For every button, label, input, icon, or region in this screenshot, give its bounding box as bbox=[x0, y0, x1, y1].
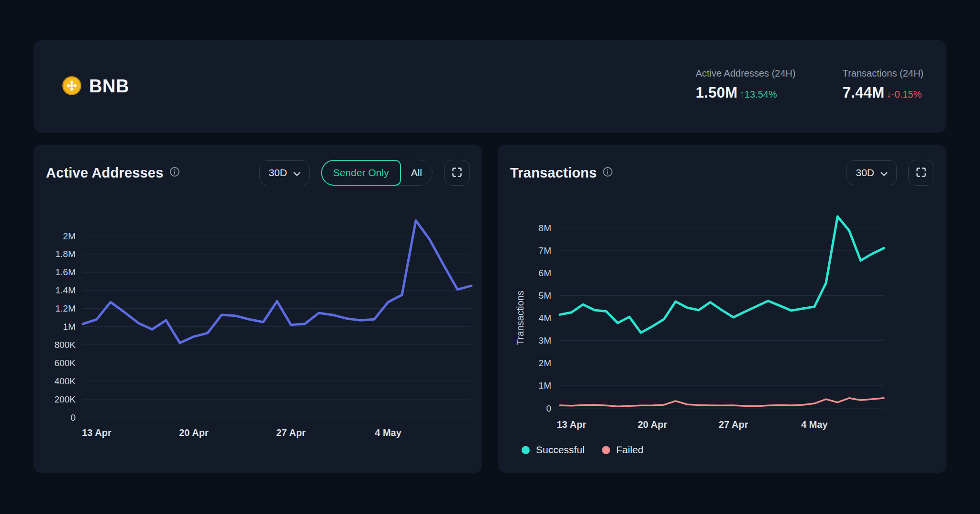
svg-text:4 May: 4 May bbox=[375, 427, 401, 438]
svg-text:1M: 1M bbox=[63, 322, 76, 332]
down-arrow-icon: ↓ bbox=[886, 89, 891, 100]
svg-text:8M: 8M bbox=[539, 223, 551, 233]
toggle-option-all[interactable]: All bbox=[401, 160, 432, 185]
svg-text:1.6M: 1.6M bbox=[56, 267, 76, 277]
coin-header-card: BNB Active Addresses (24H) 1.50M ↑13.54%… bbox=[33, 40, 947, 133]
transactions-title: Transactions bbox=[510, 165, 597, 181]
stat-label: Transactions (24H) bbox=[843, 68, 924, 79]
info-icon[interactable] bbox=[602, 167, 613, 179]
svg-text:1.2M: 1.2M bbox=[56, 303, 76, 313]
svg-text:0: 0 bbox=[70, 413, 76, 423]
bnb-coin-icon bbox=[62, 76, 81, 97]
svg-text:6M: 6M bbox=[539, 268, 551, 278]
header-stats: Active Addresses (24H) 1.50M ↑13.54% Tra… bbox=[696, 68, 924, 101]
delta-percent: -0.15% bbox=[891, 89, 922, 100]
legend-item-failed[interactable]: Failed bbox=[602, 444, 644, 456]
svg-text:0: 0 bbox=[546, 403, 551, 413]
fullscreen-icon bbox=[451, 167, 463, 179]
svg-text:400K: 400K bbox=[55, 376, 76, 386]
legend-item-successful[interactable]: Successful bbox=[522, 444, 585, 456]
stat-delta-up: ↑13.54% bbox=[739, 89, 777, 100]
fullscreen-icon bbox=[915, 167, 927, 179]
coin-name: BNB bbox=[89, 76, 129, 97]
svg-text:200K: 200K bbox=[55, 394, 76, 404]
active-addresses-chart-plot[interactable]: 0200K400K600K800K1M1.2M1.4M1.6M1.8M2M13 … bbox=[33, 145, 482, 473]
stat-transactions-24h: Transactions (24H) 7.44M ↓-0.15% bbox=[843, 68, 924, 101]
svg-text:13 Apr: 13 Apr bbox=[82, 427, 111, 438]
coin-identity: BNB bbox=[62, 40, 129, 133]
chevron-down-icon bbox=[880, 167, 888, 179]
transactions-chart-plot[interactable]: 01M2M3M4M5M6M7M8M13 Apr20 Apr27 Apr4 May bbox=[498, 145, 947, 473]
range-dropdown-value: 30D bbox=[268, 167, 287, 179]
svg-text:600K: 600K bbox=[55, 358, 76, 368]
failed-legend-dot bbox=[602, 446, 610, 454]
svg-text:20 Apr: 20 Apr bbox=[179, 427, 209, 438]
stat-active-addresses-24h: Active Addresses (24H) 1.50M ↑13.54% bbox=[696, 68, 796, 101]
svg-text:27 Apr: 27 Apr bbox=[276, 427, 306, 438]
svg-text:27 Apr: 27 Apr bbox=[719, 419, 748, 430]
active-addresses-card: Active Addresses 30D Sender Only bbox=[33, 145, 482, 473]
up-arrow-icon: ↑ bbox=[739, 89, 745, 100]
active-addresses-title: Active Addresses bbox=[46, 165, 164, 181]
range-dropdown[interactable]: 30D bbox=[259, 160, 310, 185]
legend-label: Failed bbox=[616, 444, 644, 456]
svg-text:5M: 5M bbox=[539, 291, 551, 301]
stat-value: 7.44M bbox=[843, 84, 885, 101]
address-type-toggle: Sender Only All bbox=[321, 160, 433, 186]
svg-text:3M: 3M bbox=[539, 335, 551, 346]
svg-text:800K: 800K bbox=[55, 340, 76, 350]
range-dropdown-value: 30D bbox=[856, 167, 874, 179]
legend-label: Successful bbox=[536, 444, 585, 456]
svg-text:4M: 4M bbox=[539, 313, 551, 323]
delta-percent: 13.54% bbox=[745, 89, 777, 100]
range-dropdown[interactable]: 30D bbox=[846, 160, 897, 185]
toggle-option-sender-only[interactable]: Sender Only bbox=[321, 160, 401, 186]
svg-text:1.8M: 1.8M bbox=[56, 249, 76, 259]
info-icon[interactable] bbox=[169, 167, 180, 179]
svg-text:4 May: 4 May bbox=[801, 419, 828, 430]
transactions-card: Transactions 30D bbox=[498, 145, 947, 473]
chevron-down-icon bbox=[293, 167, 301, 179]
svg-text:7M: 7M bbox=[539, 246, 551, 256]
svg-text:13 Apr: 13 Apr bbox=[557, 419, 586, 430]
svg-text:2M: 2M bbox=[63, 231, 76, 241]
stat-value: 1.50M bbox=[696, 84, 738, 101]
svg-text:20 Apr: 20 Apr bbox=[638, 419, 668, 430]
fullscreen-button[interactable] bbox=[908, 160, 934, 186]
stat-label: Active Addresses (24H) bbox=[696, 68, 796, 79]
chart-legend: Successful Failed bbox=[522, 444, 644, 456]
svg-text:2M: 2M bbox=[539, 358, 551, 368]
fullscreen-button[interactable] bbox=[444, 160, 470, 186]
y-axis-label: Transactions bbox=[515, 291, 526, 345]
svg-text:1.4M: 1.4M bbox=[56, 285, 76, 295]
successful-legend-dot bbox=[522, 446, 530, 454]
svg-text:1M: 1M bbox=[539, 380, 551, 391]
stat-delta-down: ↓-0.15% bbox=[886, 89, 922, 100]
